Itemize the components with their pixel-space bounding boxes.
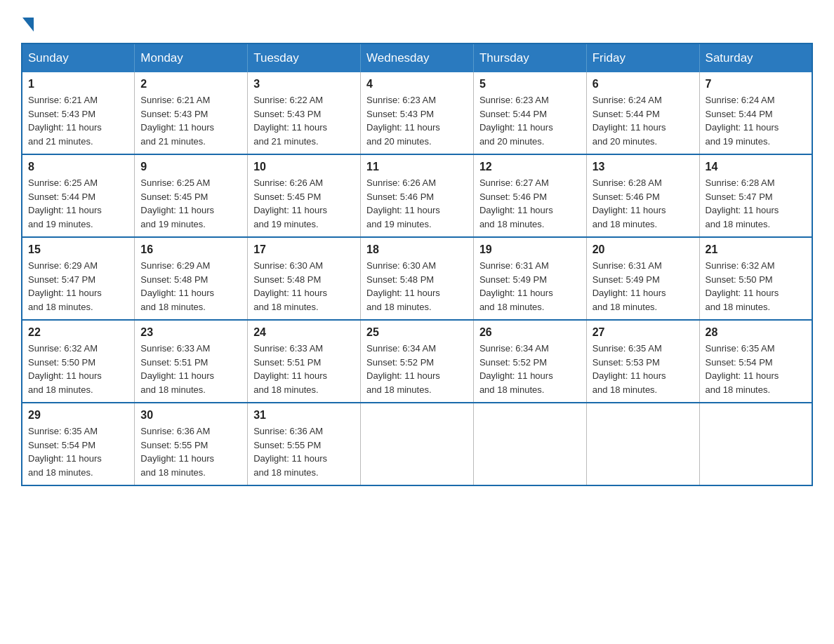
day-number: 15 <box>28 243 128 256</box>
day-number: 26 <box>479 326 581 339</box>
day-info: Sunrise: 6:26 AMSunset: 5:46 PMDaylight:… <box>366 177 440 229</box>
day-info: Sunrise: 6:36 AMSunset: 5:55 PMDaylight:… <box>253 426 327 478</box>
calendar-cell: 31 Sunrise: 6:36 AMSunset: 5:55 PMDaylig… <box>248 403 361 485</box>
day-info: Sunrise: 6:33 AMSunset: 5:51 PMDaylight:… <box>253 343 327 395</box>
weekday-header-friday: Friday <box>586 43 699 72</box>
day-number: 9 <box>140 161 241 173</box>
calendar-cell: 6 Sunrise: 6:24 AMSunset: 5:44 PMDayligh… <box>586 72 699 154</box>
calendar-cell: 29 Sunrise: 6:35 AMSunset: 5:54 PMDaylig… <box>22 403 135 485</box>
day-number: 2 <box>140 78 241 90</box>
day-info: Sunrise: 6:21 AMSunset: 5:43 PMDaylight:… <box>140 95 214 147</box>
day-number: 10 <box>253 161 355 173</box>
day-info: Sunrise: 6:21 AMSunset: 5:43 PMDaylight:… <box>28 95 102 147</box>
calendar-table: SundayMondayTuesdayWednesdayThursdayFrid… <box>21 43 813 486</box>
weekday-header-tuesday: Tuesday <box>248 43 361 72</box>
calendar-cell: 5 Sunrise: 6:23 AMSunset: 5:44 PMDayligh… <box>473 72 586 154</box>
day-info: Sunrise: 6:35 AMSunset: 5:54 PMDaylight:… <box>28 426 102 478</box>
day-info: Sunrise: 6:25 AMSunset: 5:44 PMDaylight:… <box>28 177 102 229</box>
day-number: 18 <box>366 243 468 256</box>
calendar-cell: 1 Sunrise: 6:21 AMSunset: 5:43 PMDayligh… <box>22 72 135 154</box>
calendar-cell: 23 Sunrise: 6:33 AMSunset: 5:51 PMDaylig… <box>135 320 248 403</box>
day-info: Sunrise: 6:33 AMSunset: 5:51 PMDaylight:… <box>140 343 214 395</box>
calendar-cell: 25 Sunrise: 6:34 AMSunset: 5:52 PMDaylig… <box>361 320 474 403</box>
weekday-header-monday: Monday <box>135 43 248 72</box>
day-info: Sunrise: 6:23 AMSunset: 5:43 PMDaylight:… <box>366 95 440 147</box>
day-info: Sunrise: 6:35 AMSunset: 5:54 PMDaylight:… <box>706 343 779 395</box>
calendar-cell: 20 Sunrise: 6:31 AMSunset: 5:49 PMDaylig… <box>586 237 699 320</box>
day-number: 5 <box>479 78 581 90</box>
day-number: 19 <box>479 243 581 256</box>
calendar-cell: 27 Sunrise: 6:35 AMSunset: 5:53 PMDaylig… <box>586 320 699 403</box>
calendar-cell: 7 Sunrise: 6:24 AMSunset: 5:44 PMDayligh… <box>699 72 812 154</box>
calendar-cell <box>361 403 474 485</box>
day-number: 30 <box>140 409 241 422</box>
day-info: Sunrise: 6:32 AMSunset: 5:50 PMDaylight:… <box>28 343 102 395</box>
day-number: 1 <box>28 78 128 90</box>
day-number: 6 <box>593 78 694 90</box>
day-info: Sunrise: 6:31 AMSunset: 5:49 PMDaylight:… <box>593 260 666 312</box>
day-info: Sunrise: 6:28 AMSunset: 5:47 PMDaylight:… <box>706 177 779 229</box>
day-number: 31 <box>253 409 355 422</box>
day-info: Sunrise: 6:24 AMSunset: 5:44 PMDaylight:… <box>706 95 779 147</box>
day-number: 22 <box>28 326 128 339</box>
calendar-cell: 11 Sunrise: 6:26 AMSunset: 5:46 PMDaylig… <box>361 154 474 237</box>
day-info: Sunrise: 6:32 AMSunset: 5:50 PMDaylight:… <box>706 260 779 312</box>
day-info: Sunrise: 6:24 AMSunset: 5:44 PMDaylight:… <box>593 95 666 147</box>
calendar-cell <box>699 403 812 485</box>
day-number: 23 <box>140 326 241 339</box>
calendar-cell: 13 Sunrise: 6:28 AMSunset: 5:46 PMDaylig… <box>586 154 699 237</box>
calendar-cell: 28 Sunrise: 6:35 AMSunset: 5:54 PMDaylig… <box>699 320 812 403</box>
calendar-cell: 30 Sunrise: 6:36 AMSunset: 5:55 PMDaylig… <box>135 403 248 485</box>
calendar-cell: 9 Sunrise: 6:25 AMSunset: 5:45 PMDayligh… <box>135 154 248 237</box>
calendar-week-row: 29 Sunrise: 6:35 AMSunset: 5:54 PMDaylig… <box>22 403 812 485</box>
day-info: Sunrise: 6:34 AMSunset: 5:52 PMDaylight:… <box>366 343 440 395</box>
weekday-header-thursday: Thursday <box>473 43 586 72</box>
day-info: Sunrise: 6:34 AMSunset: 5:52 PMDaylight:… <box>479 343 553 395</box>
calendar-cell: 21 Sunrise: 6:32 AMSunset: 5:50 PMDaylig… <box>699 237 812 320</box>
day-info: Sunrise: 6:29 AMSunset: 5:48 PMDaylight:… <box>140 260 214 312</box>
day-info: Sunrise: 6:22 AMSunset: 5:43 PMDaylight:… <box>253 95 327 147</box>
calendar-week-row: 1 Sunrise: 6:21 AMSunset: 5:43 PMDayligh… <box>22 72 812 154</box>
calendar-cell: 4 Sunrise: 6:23 AMSunset: 5:43 PMDayligh… <box>361 72 474 154</box>
day-number: 21 <box>706 243 806 256</box>
calendar-cell: 10 Sunrise: 6:26 AMSunset: 5:45 PMDaylig… <box>248 154 361 237</box>
day-info: Sunrise: 6:30 AMSunset: 5:48 PMDaylight:… <box>366 260 440 312</box>
calendar-cell: 8 Sunrise: 6:25 AMSunset: 5:44 PMDayligh… <box>22 154 135 237</box>
day-info: Sunrise: 6:25 AMSunset: 5:45 PMDaylight:… <box>140 177 214 229</box>
calendar-cell: 16 Sunrise: 6:29 AMSunset: 5:48 PMDaylig… <box>135 237 248 320</box>
weekday-header-saturday: Saturday <box>699 43 812 72</box>
calendar-week-row: 8 Sunrise: 6:25 AMSunset: 5:44 PMDayligh… <box>22 154 812 237</box>
calendar-cell: 2 Sunrise: 6:21 AMSunset: 5:43 PMDayligh… <box>135 72 248 154</box>
day-info: Sunrise: 6:29 AMSunset: 5:47 PMDaylight:… <box>28 260 102 312</box>
day-info: Sunrise: 6:30 AMSunset: 5:48 PMDaylight:… <box>253 260 327 312</box>
day-number: 16 <box>140 243 241 256</box>
day-number: 27 <box>593 326 694 339</box>
day-number: 25 <box>366 326 468 339</box>
day-number: 11 <box>366 161 468 173</box>
day-info: Sunrise: 6:26 AMSunset: 5:45 PMDaylight:… <box>253 177 327 229</box>
day-number: 28 <box>706 326 806 339</box>
calendar-week-row: 22 Sunrise: 6:32 AMSunset: 5:50 PMDaylig… <box>22 320 812 403</box>
day-number: 13 <box>593 161 694 173</box>
calendar-cell: 24 Sunrise: 6:33 AMSunset: 5:51 PMDaylig… <box>248 320 361 403</box>
calendar-cell: 17 Sunrise: 6:30 AMSunset: 5:48 PMDaylig… <box>248 237 361 320</box>
logo-arrow-icon <box>22 18 34 32</box>
calendar-cell <box>473 403 586 485</box>
calendar-cell: 12 Sunrise: 6:27 AMSunset: 5:46 PMDaylig… <box>473 154 586 237</box>
calendar-cell: 15 Sunrise: 6:29 AMSunset: 5:47 PMDaylig… <box>22 237 135 320</box>
day-number: 14 <box>706 161 806 173</box>
day-info: Sunrise: 6:23 AMSunset: 5:44 PMDaylight:… <box>479 95 553 147</box>
weekday-header-wednesday: Wednesday <box>361 43 474 72</box>
day-info: Sunrise: 6:36 AMSunset: 5:55 PMDaylight:… <box>140 426 214 478</box>
day-info: Sunrise: 6:31 AMSunset: 5:49 PMDaylight:… <box>479 260 553 312</box>
calendar-cell: 26 Sunrise: 6:34 AMSunset: 5:52 PMDaylig… <box>473 320 586 403</box>
calendar-cell <box>586 403 699 485</box>
calendar-cell: 22 Sunrise: 6:32 AMSunset: 5:50 PMDaylig… <box>22 320 135 403</box>
calendar-cell: 3 Sunrise: 6:22 AMSunset: 5:43 PMDayligh… <box>248 72 361 154</box>
calendar-cell: 19 Sunrise: 6:31 AMSunset: 5:49 PMDaylig… <box>473 237 586 320</box>
day-number: 24 <box>253 326 355 339</box>
day-number: 20 <box>593 243 694 256</box>
weekday-header-sunday: Sunday <box>22 43 135 72</box>
day-number: 17 <box>253 243 355 256</box>
day-info: Sunrise: 6:27 AMSunset: 5:46 PMDaylight:… <box>479 177 553 229</box>
